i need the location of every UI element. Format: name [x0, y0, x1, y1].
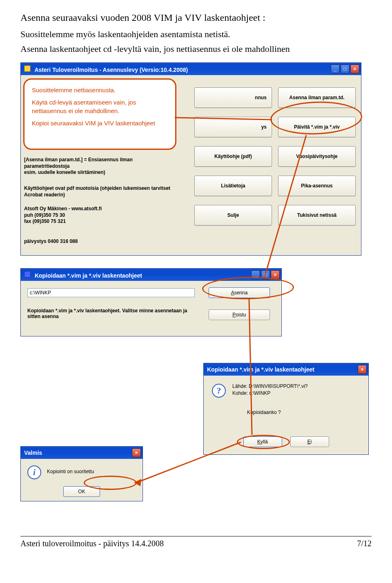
ok-button[interactable]: OK: [63, 486, 100, 497]
annotation-callout: Suosittelemme nettiasennusta. Käytä cd-l…: [23, 78, 176, 150]
left-text-2: Käyttöohjeet ovat pdf muotoisia (ohjeide…: [24, 185, 179, 198]
titlebar: Kopioidaan *.vim ja *.viv laskentaohjeet…: [21, 269, 281, 281]
msg-line3: Kopioidaanko ?: [220, 409, 308, 416]
btn-sulje[interactable]: Sulje: [194, 205, 272, 225]
maximize-button[interactable]: □: [261, 270, 270, 279]
callout-line1: Suosittelemme nettiasennusta.: [32, 86, 168, 94]
path-input[interactable]: c:\WINKP: [27, 288, 195, 297]
window-title: Valmis: [24, 449, 42, 456]
page-footer: Asteri tuloveroilmoitus - päivitys 14.4.…: [20, 536, 372, 548]
btn-pika-asennus[interactable]: Pika-asennus: [278, 176, 356, 196]
dialog-confirm-kopiointi: Kopioidaan *.vim ja *.viv laskentaohjeet…: [203, 363, 369, 455]
titlebar-left: Asteri Tuloveroilmoitus - Asennuslevy (V…: [24, 65, 188, 73]
app-icon: [24, 65, 31, 72]
titlebar: Kopioidaan *.vim ja *.viv laskentaohjeet…: [204, 363, 368, 376]
titlebar: Valmis ×: [21, 447, 143, 459]
minimize-button[interactable]: _: [331, 65, 340, 73]
maximize-button[interactable]: □: [341, 65, 350, 73]
btn-lisatietoja[interactable]: Lisätietoja: [194, 176, 272, 196]
app-icon: [24, 271, 31, 278]
msg-line1: Lähde: D:\WINVI6\SUPPORT\*.vi?: [232, 383, 308, 390]
btn-col1-1[interactable]: nnus: [194, 87, 272, 108]
callout-line2: Käytä cd-levyä asentamiseen vain, jos ne…: [32, 98, 168, 115]
btn-kayttoohje[interactable]: Käyttöohje (pdf): [194, 146, 272, 167]
titlebar: Asteri Tuloveroilmoitus - Asennuslevy (V…: [21, 63, 361, 75]
atsoft-line3: fax (09)350 75 321: [24, 218, 179, 225]
dialog-valmis: Valmis × i Kopiointi on suoritettu OK: [20, 446, 143, 501]
window-kopioidaan: Kopioidaan *.vim ja *.viv laskentaohjeet…: [20, 268, 282, 336]
callout-line3: Kopioi seuraavaksi VIM ja VIV laskentaoh…: [32, 119, 168, 127]
body-para2: Asenna laskentaohjeet cd -levyltä vain, …: [20, 44, 372, 54]
close-button[interactable]: ×: [358, 365, 367, 374]
kopioidaan-desc: Kopioidaan *.vim ja *.viv laskentaohjeet…: [27, 308, 195, 319]
msg-line2: Kohde: c:\WINKP: [232, 390, 308, 397]
btn-asenna-ilman-param[interactable]: Asenna ilman param.td.: [278, 87, 356, 108]
no-button[interactable]: Ei: [290, 436, 329, 447]
minimize-button[interactable]: _: [251, 270, 260, 279]
page-heading: Asenna seuraavaksi vuoden 2008 VIM ja VI…: [20, 12, 372, 23]
body-para1: Suosittelemme myös laskentaohjeiden asen…: [20, 29, 372, 40]
asenna-button[interactable]: Asenna: [209, 287, 270, 298]
yes-button[interactable]: Kyllä: [243, 436, 282, 447]
msg: Kopiointi on suoritettu: [47, 469, 94, 474]
close-button[interactable]: ×: [350, 65, 359, 73]
footer-right: 7/12: [357, 539, 372, 548]
left-text-4: päivystys 0400 316 088: [24, 238, 179, 245]
dialog-message: Lähde: D:\WINVI6\SUPPORT\*.vi? Kohde: c:…: [232, 383, 308, 416]
window-title: Kopioidaan *.vim ja *.viv laskentaohjeet: [35, 272, 142, 279]
left-text-1: [Asenna ilman param.td.] = Ensiasennus i…: [24, 157, 179, 176]
window-title: Asteri Tuloveroilmoitus - Asennuslevy (V…: [34, 67, 188, 73]
footer-left: Asteri tuloveroilmoitus - päivitys 14.4.…: [20, 539, 164, 548]
left-text-3: Atsoft Oy Mäkinen - www.atsoft.fi puh (0…: [24, 206, 179, 225]
info-icon: i: [27, 465, 41, 479]
titlebar-left: Kopioidaan *.vim ja *.viv laskentaohjeet: [24, 271, 142, 279]
poistu-button[interactable]: Poistu: [209, 309, 270, 320]
question-icon: ?: [212, 384, 226, 398]
close-button[interactable]: ×: [132, 448, 141, 457]
screenshot-area: Asteri Tuloveroilmoitus - Asennuslevy (V…: [20, 62, 372, 524]
window-asteri-tuloveroilmoitus: Asteri Tuloveroilmoitus - Asennuslevy (V…: [20, 62, 361, 256]
atsoft-line1: Atsoft Oy Mäkinen - www.atsoft.fi: [24, 206, 179, 212]
atsoft-line2: puh (09)350 75 30: [24, 212, 179, 219]
close-button[interactable]: ×: [271, 270, 280, 279]
btn-tukisivut[interactable]: Tukisivut netissä: [278, 205, 356, 225]
btn-paivita-vim-viv[interactable]: Päivitä *.vim ja *.viv: [278, 117, 356, 137]
window-title: Kopioidaan *.vim ja *.viv laskentaohjeet: [207, 366, 314, 373]
btn-vuosipaivitysohje[interactable]: Vuosipäivitysohje: [278, 146, 356, 167]
btn-col1-2[interactable]: ys: [194, 117, 272, 137]
